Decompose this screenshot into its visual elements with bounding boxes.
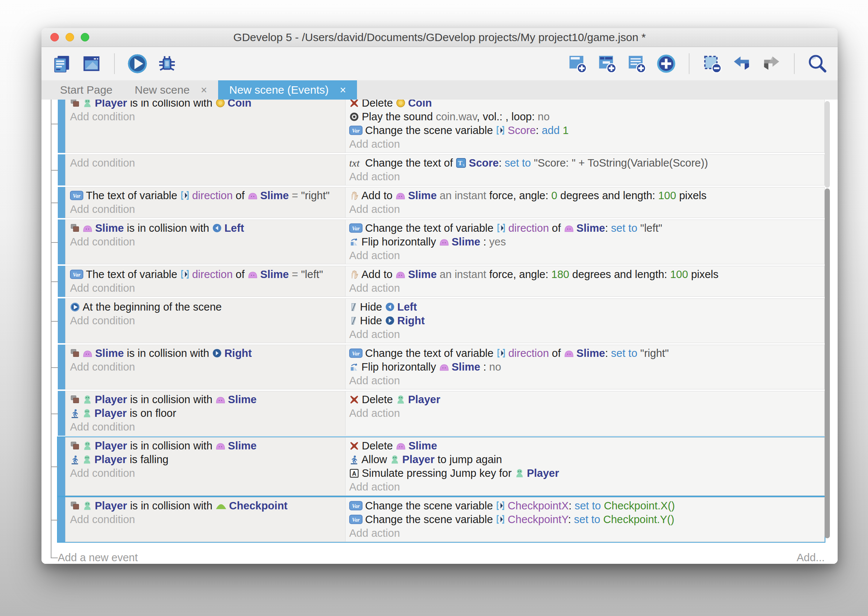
event-drag-handle[interactable] — [58, 391, 65, 436]
add-condition-button[interactable]: Add condition — [70, 467, 345, 480]
event-drag-handle[interactable] — [58, 266, 65, 297]
action-line[interactable]: Allow Player to jump again — [349, 453, 824, 467]
redo-button[interactable] — [761, 54, 782, 74]
vertical-scrollbar-thumb[interactable] — [825, 189, 830, 538]
event-row-5[interactable]: VarThe text of variable direction of Sli… — [58, 266, 825, 297]
action-line[interactable]: VarChange the scene variable Score: add … — [349, 124, 824, 137]
action-line[interactable]: VarChange the text of variable direction… — [349, 347, 824, 360]
add-condition-button[interactable]: Add condition — [70, 203, 345, 216]
condition-line[interactable]: Player is in collision with Coin — [70, 100, 345, 110]
add-new-event-link[interactable]: Add a new event — [58, 550, 138, 564]
add-more-event-button[interactable] — [656, 54, 676, 74]
action-line[interactable]: Delete Slime — [349, 439, 824, 453]
add-action-button[interactable]: Add action — [349, 281, 824, 295]
add-action-button[interactable]: Add action — [349, 480, 824, 494]
events-sheet-button[interactable] — [52, 54, 72, 74]
event-drag-handle[interactable] — [58, 187, 65, 218]
debug-button[interactable] — [157, 54, 177, 74]
add-new-event-button[interactable] — [567, 54, 587, 74]
tab-close-icon[interactable]: × — [340, 84, 346, 96]
action-line[interactable]: Hide Right — [349, 314, 824, 328]
action-line[interactable]: VarChange the scene variable CheckpointY… — [349, 513, 824, 526]
search-button[interactable] — [807, 54, 827, 74]
add-more-link[interactable]: Add... — [797, 550, 825, 564]
title-bar[interactable]: GDevelop 5 - /Users/david/Documents/GDev… — [41, 28, 838, 47]
add-action-button[interactable]: Add action — [349, 170, 824, 184]
add-action-button[interactable]: Add action — [349, 328, 824, 341]
add-condition-button[interactable]: Add condition — [70, 314, 345, 328]
add-action-button[interactable]: Add action — [349, 374, 824, 388]
close-window-button[interactable] — [50, 33, 59, 41]
condition-line[interactable]: Slime is in collision with Left — [70, 222, 345, 235]
minimize-window-button[interactable] — [66, 33, 74, 41]
add-action-button[interactable]: Add action — [349, 407, 824, 420]
vertical-scrollbar-track[interactable] — [825, 101, 830, 188]
action-line[interactable]: ASimulate pressing Jump key for Player — [349, 467, 824, 480]
condition-line[interactable]: VarThe text of variable direction of Sli… — [70, 189, 345, 203]
event-drag-handle[interactable] — [58, 437, 65, 496]
collision-icon — [70, 100, 80, 108]
condition-line[interactable]: Player is in collision with Slime — [70, 439, 345, 453]
add-condition-button[interactable]: Add condition — [70, 360, 345, 374]
zoom-window-button[interactable] — [81, 33, 89, 41]
event-row-10[interactable]: Player is in collision with CheckpointAd… — [58, 497, 825, 542]
event-row-7[interactable]: Slime is in collision with RightAdd cond… — [58, 345, 825, 390]
tab-new-scene[interactable]: New scene× — [124, 80, 218, 100]
event-drag-handle[interactable] — [58, 345, 65, 390]
add-condition-button[interactable]: Add condition — [70, 281, 345, 295]
condition-line[interactable]: Slime is in collision with Right — [70, 347, 345, 360]
action-line[interactable]: VarChange the text of variable direction… — [349, 222, 824, 235]
action-line[interactable]: Hide Left — [349, 300, 824, 314]
tab-new-scene-events[interactable]: New scene (Events)× — [218, 80, 357, 100]
scene-editor-button[interactable] — [82, 54, 101, 74]
action-line[interactable]: txtChange the text of TxScore: set to "S… — [349, 156, 824, 170]
action-line[interactable]: Add to Slime an instant force, angle: 18… — [349, 268, 824, 281]
event-drag-handle[interactable] — [58, 220, 65, 264]
event-row-8[interactable]: Player is in collision with SlimePlayer … — [58, 391, 825, 436]
event-row-9[interactable]: Player is in collision with SlimePlayer … — [58, 437, 825, 496]
token: Score — [469, 157, 499, 169]
condition-line[interactable]: Player is on floor — [70, 407, 345, 420]
condition-line[interactable]: Player is falling — [70, 453, 345, 467]
event-drag-handle[interactable] — [58, 154, 65, 185]
tab-start-page[interactable]: Start Page — [49, 80, 124, 100]
add-condition-button[interactable]: Add condition — [70, 156, 345, 170]
action-line[interactable]: Flip horizontally Slime : no — [349, 360, 824, 374]
add-action-button[interactable]: Add action — [349, 526, 824, 540]
add-action-button[interactable]: Add action — [349, 249, 824, 262]
action-line[interactable]: Flip horizontally Slime : yes — [349, 235, 824, 249]
event-drag-handle[interactable] — [58, 100, 65, 153]
condition-line[interactable]: Player is in collision with Checkpoint — [70, 499, 345, 513]
undo-button[interactable] — [732, 54, 752, 74]
condition-line[interactable]: At the beginning of the scene — [70, 300, 345, 314]
action-line[interactable]: Play the sound coin.wav, vol.: , loop: n… — [349, 110, 824, 124]
add-condition-button[interactable]: Add condition — [70, 110, 345, 124]
token: The text of variable — [86, 190, 180, 201]
variable-badge-icon: Var — [349, 515, 363, 524]
slime-icon — [248, 270, 258, 279]
add-action-button[interactable]: Add action — [349, 137, 824, 151]
delete-event-button[interactable] — [702, 54, 722, 74]
event-row-4[interactable]: Slime is in collision with LeftAdd condi… — [58, 220, 825, 264]
add-condition-button[interactable]: Add condition — [70, 513, 345, 526]
event-row-3[interactable]: VarThe text of variable direction of Sli… — [58, 187, 825, 218]
add-condition-button[interactable]: Add condition — [70, 420, 345, 434]
event-row-6[interactable]: At the beginning of the sceneAdd conditi… — [58, 299, 825, 343]
play-preview-button[interactable] — [127, 54, 147, 74]
action-line[interactable]: Delete Player — [349, 393, 824, 407]
add-subevent-button[interactable] — [597, 54, 617, 74]
action-line[interactable]: VarChange the scene variable CheckpointX… — [349, 499, 824, 513]
event-row-2[interactable]: Add conditiontxtChange the text of TxSco… — [58, 154, 825, 185]
condition-line[interactable]: Player is in collision with Slime — [70, 393, 345, 407]
add-condition-button[interactable]: Add condition — [70, 235, 345, 249]
action-line[interactable]: Delete Coin — [349, 100, 824, 110]
token: Checkpoint.Y() — [603, 514, 674, 525]
event-drag-handle[interactable] — [58, 497, 65, 542]
tab-close-icon[interactable]: × — [201, 84, 207, 96]
add-action-button[interactable]: Add action — [349, 203, 824, 216]
condition-line[interactable]: VarThe text of variable direction of Sli… — [70, 268, 345, 281]
action-line[interactable]: Add to Slime an instant force, angle: 0 … — [349, 189, 824, 203]
event-drag-handle[interactable] — [58, 299, 65, 343]
add-comment-button[interactable] — [627, 54, 646, 74]
event-row-1[interactable]: Player is in collision with CoinAdd cond… — [58, 100, 825, 153]
